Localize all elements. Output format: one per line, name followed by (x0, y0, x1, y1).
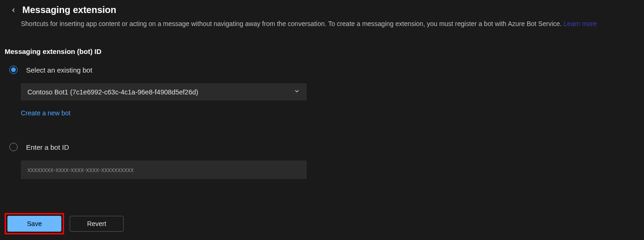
revert-button[interactable]: Revert (70, 216, 124, 232)
page-description: Shortcuts for inserting app content or a… (21, 19, 639, 29)
save-highlight-annotation: Save (5, 213, 64, 234)
back-icon[interactable] (10, 7, 17, 13)
radio-enter-bot-id[interactable]: Enter a bot ID (5, 143, 639, 151)
learn-more-link[interactable]: Learn more (564, 20, 597, 27)
bot-dropdown-value: Contoso Bot1 (7c1e6992-c63c-4c1a-96e8-f4… (27, 88, 198, 96)
save-button[interactable]: Save (7, 216, 61, 232)
radio-label-existing: Select an existing bot (26, 66, 92, 74)
radio-label-enter: Enter a bot ID (26, 143, 69, 151)
bot-dropdown[interactable]: Contoso Bot1 (7c1e6992-c63c-4c1a-96e8-f4… (21, 83, 307, 100)
chevron-down-icon (294, 88, 300, 96)
radio-icon-unselected[interactable] (9, 143, 18, 151)
radio-icon-selected[interactable] (9, 66, 18, 74)
create-new-bot-link[interactable]: Create a new bot (21, 109, 71, 117)
page-title: Messaging extension (22, 5, 116, 15)
radio-select-existing-bot[interactable]: Select an existing bot (5, 66, 639, 74)
section-title: Messaging extension (bot) ID (5, 47, 639, 55)
bot-id-input[interactable] (21, 160, 307, 179)
